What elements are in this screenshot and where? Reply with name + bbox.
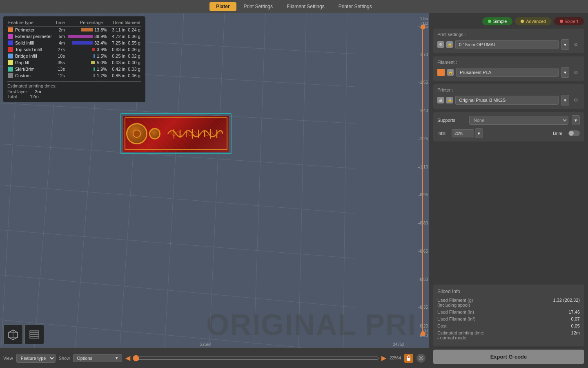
- filament-lock: 🔒: [447, 69, 454, 76]
- lock-icon[interactable]: [404, 354, 413, 363]
- first-layer-val: 2m: [35, 89, 41, 94]
- stats-row: Bridge infill 10s 1.5% 0.25 in 0.02 g: [7, 53, 141, 59]
- settings-gear-icon[interactable]: [416, 354, 425, 363]
- stats-row: Perimeter 2m 13.8% 3.11 in 0.24 g: [7, 27, 141, 34]
- supports-section: Supports: None ▼ Infill: 20% ▼ Brim:: [433, 112, 584, 141]
- feature-name: Bridge infill: [15, 54, 37, 58]
- info-key-line: Estimated printing time:: [437, 330, 484, 335]
- viewport-watermark: ORIGINAL PRI: [206, 308, 416, 341]
- print-settings-lock: 🔒: [446, 41, 453, 48]
- printer-value: Original Prusa i3 MK2S: [455, 96, 559, 105]
- info-key-line: - normal mode: [437, 335, 466, 340]
- layer-slider[interactable]: [133, 355, 379, 361]
- cube-view-icon[interactable]: [3, 325, 23, 344]
- info-val: 12m: [571, 330, 580, 335]
- sliced-info-row: Used Filament (g)(including spool) 1.32 …: [437, 298, 580, 307]
- feature-name: Solid infill: [15, 40, 34, 45]
- sliced-info-title: Sliced Info: [437, 289, 580, 294]
- print-settings-config[interactable]: ⚙: [572, 39, 580, 50]
- brim-label: Brim:: [553, 131, 564, 136]
- layers-view-icon[interactable]: [24, 325, 44, 344]
- sliced-info-row: Used Filament (in) 17.46: [437, 310, 580, 314]
- options-dropdown[interactable]: Options ▼: [73, 354, 122, 362]
- bottom-val-left: 22564: [200, 342, 212, 347]
- print-settings-arrow[interactable]: ▼: [561, 39, 569, 50]
- filament-arrow[interactable]: ▼: [561, 67, 569, 78]
- filament-value: Prusament PLA: [456, 68, 559, 77]
- tab-printer-settings[interactable]: Printer Settings: [332, 2, 379, 11]
- right-ruler: –1.85–1.70–1.55–1.40–1.25–1.10–0.95–0.80…: [406, 13, 429, 348]
- tab-plater[interactable]: Plater: [209, 2, 236, 11]
- layers-icon: [28, 328, 40, 341]
- simple-dot: [488, 20, 491, 23]
- feature-name: Perimeter: [15, 27, 35, 32]
- export-gcode-btn[interactable]: Export G-code: [433, 350, 584, 364]
- advanced-mode-btn[interactable]: Advanced: [515, 17, 552, 25]
- svg-rect-31: [30, 333, 39, 334]
- info-key-line: Used Filament (in): [437, 310, 474, 314]
- info-key-line: Cost: [437, 323, 447, 328]
- estimated-title: Estimated printing times:: [7, 83, 141, 88]
- printer-icon: 🖨: [437, 97, 444, 103]
- supports-label: Supports:: [437, 118, 466, 123]
- advanced-dot: [521, 20, 524, 23]
- tab-filament-settings[interactable]: Filament Settings: [280, 2, 331, 11]
- col-feature-type: Feature type: [7, 20, 54, 27]
- print-settings-value: 0.15mm OPTIMAL: [455, 40, 559, 49]
- sliced-info-row: Used Filament (in³) 0.07: [437, 316, 580, 321]
- first-layer-label: First layer:: [7, 89, 28, 94]
- feature-name: External perimeter: [15, 34, 52, 39]
- brim-toggle[interactable]: [568, 130, 580, 136]
- cube-3d-icon: [7, 328, 19, 341]
- sliced-info-row: Estimated printing time:- normal mode 12…: [437, 330, 580, 340]
- svg-rect-30: [30, 331, 39, 332]
- stats-row: External perimeter 5m 39.9% 4.72 in 0.36…: [7, 33, 141, 40]
- printer-config[interactable]: ⚙: [572, 95, 580, 105]
- supports-arrow[interactable]: ▼: [572, 115, 580, 125]
- view-label: View: [3, 356, 13, 361]
- svg-point-35: [420, 357, 422, 359]
- print-settings-label: Print settings :: [437, 32, 580, 37]
- bottom-slider-labels: 22564 24752: [200, 342, 404, 347]
- total-val: 12m: [30, 94, 38, 99]
- options-label: Options: [77, 356, 113, 361]
- col-time: Time: [54, 20, 67, 27]
- filament-label: Filament :: [437, 60, 580, 65]
- feature-type-select[interactable]: Feature type: [16, 354, 56, 363]
- sliced-info-section: Sliced Info Used Filament (g)(including …: [433, 285, 584, 346]
- expert-mode-btn[interactable]: Expert: [554, 17, 584, 25]
- col-used: Used filament: [109, 20, 141, 27]
- mode-buttons: Simple Advanced Expert: [433, 17, 584, 25]
- print-settings-gear: ⚙: [437, 41, 444, 48]
- supports-select[interactable]: None: [469, 116, 568, 125]
- info-key-line: (including spool): [437, 303, 470, 307]
- svg-rect-34: [407, 358, 410, 361]
- simple-mode-btn[interactable]: Simple: [482, 17, 513, 25]
- info-val: 0.07: [571, 316, 580, 321]
- total-label: Total: [7, 94, 17, 99]
- print-settings-section: Print settings : ⚙ 🔒 0.15mm OPTIMAL ▼ ⚙: [433, 29, 584, 53]
- sliced-info-row: Cost 0.05: [437, 323, 580, 328]
- feature-name: Gap fill: [15, 60, 29, 65]
- infill-label: Infill:: [437, 131, 447, 136]
- stats-row: Custom 12s 1.7% 0.85 in 0.06 g: [7, 72, 141, 79]
- stats-overlay: Feature type Time Percentage Used filame…: [3, 16, 145, 102]
- stats-row: Skirt/Brim 13s 1.9% 0.42 in 0.03 g: [7, 66, 141, 72]
- gear-symbol: [418, 355, 424, 361]
- simple-label: Simple: [493, 19, 507, 24]
- infill-dropdown[interactable]: ▼: [475, 128, 483, 138]
- advanced-label: Advanced: [526, 19, 546, 24]
- bottom-toolbar: View Feature type Show Options ▼ ◀ ▶ 225…: [0, 348, 429, 368]
- tab-print-settings[interactable]: Print Settings: [237, 2, 279, 11]
- infill-value[interactable]: 20%: [452, 129, 474, 137]
- right-panel: Simple Advanced Expert Print settings : …: [429, 13, 588, 368]
- info-val: 0.05: [571, 323, 580, 328]
- slider-max-icon: ▶: [381, 354, 386, 362]
- estimated-times: Estimated printing times: First layer: 2…: [7, 81, 141, 99]
- print-object[interactable]: [120, 113, 232, 154]
- ruler-top-label: 1.85(12): [420, 16, 428, 25]
- stats-row: Top solid infill 27s 3.9% 0.83 in 0.06 g: [7, 46, 141, 53]
- printer-arrow[interactable]: ▼: [561, 95, 569, 105]
- filament-config[interactable]: ⚙: [572, 67, 580, 78]
- svg-line-7: [0, 275, 355, 307]
